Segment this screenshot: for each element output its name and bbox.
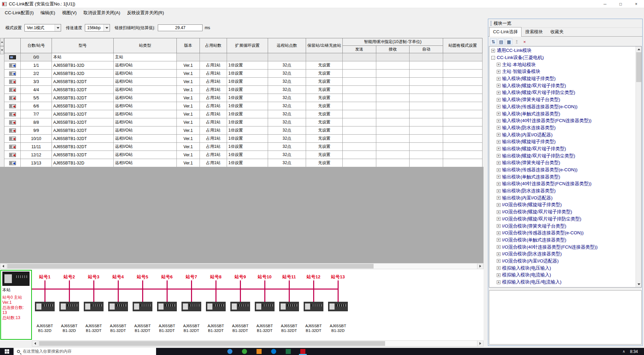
cell-cycle[interactable]: 1倍设置 — [227, 110, 268, 118]
station-group[interactable]: 站号13 AJ65SBT B1-32D — [326, 269, 350, 340]
cell-occupied[interactable]: 占用1站 — [200, 94, 227, 102]
cell-occupied[interactable]: 占用1站 — [200, 61, 227, 70]
cell-station-type[interactable]: 远程I/O站 — [114, 70, 177, 78]
cell-buffer-recv[interactable] — [376, 118, 410, 126]
taskbar-app-icon-3[interactable] — [257, 349, 262, 354]
cell-station-type[interactable]: 主站 — [114, 53, 177, 61]
tree-item[interactable]: + 模拟输入模块(电压/电流输入) — [489, 279, 636, 286]
tree-item[interactable]: + 主站·智能设备模块 — [489, 68, 636, 75]
cell-buffer-send[interactable] — [343, 126, 376, 135]
cell-buffer-send[interactable] — [343, 159, 376, 167]
cell-station-type[interactable]: 远程I/O站 — [114, 118, 177, 126]
cell-buffer-recv[interactable] — [376, 70, 410, 78]
cell-row-icon[interactable] — [4, 53, 21, 61]
cell-fixed-mode[interactable] — [443, 102, 482, 110]
cell-station[interactable]: 1/1 — [21, 61, 52, 70]
cell-version[interactable]: Ver.1 — [177, 94, 200, 102]
cell-station[interactable]: 12/12 — [21, 151, 52, 159]
cell-buffer-send[interactable] — [343, 70, 376, 78]
cell-buffer-send[interactable] — [343, 143, 376, 151]
cell-model[interactable]: AJ65SBTB1-32D — [52, 159, 114, 167]
tree-item[interactable]: + 输入模块(螺旋/双片端子排类型) — [489, 82, 636, 89]
cell-station[interactable]: 2/2 — [21, 70, 52, 78]
cell-row-icon[interactable] — [4, 70, 21, 78]
tree-item[interactable]: + 输入模块(螺旋端子排类型) — [489, 75, 636, 82]
taskbar-clock[interactable]: 8:34 — [630, 349, 638, 354]
speed-select[interactable]: 156kbp — [85, 24, 110, 32]
cell-version[interactable]: Ver.1 — [177, 78, 200, 86]
cell-reserve[interactable]: 无设置 — [306, 126, 343, 135]
menu-item[interactable]: CC-Link配置(I) — [1, 8, 37, 17]
station-group[interactable]: 站号7 AJ65SBT B1-32DT — [179, 269, 204, 340]
cell-fixed-mode[interactable] — [443, 118, 482, 126]
cell-reserve[interactable]: 无设置 — [306, 61, 343, 70]
cell-reserve[interactable]: 无设置 — [306, 151, 343, 159]
tree-item[interactable]: + 模拟输入模块(电压输入) — [489, 264, 636, 272]
cell-row-icon[interactable] — [4, 159, 21, 167]
cell-reserve[interactable]: 无设置 — [306, 135, 343, 143]
cell-version[interactable]: Ver.1 — [177, 143, 200, 151]
tree-expander-icon[interactable]: + — [497, 70, 500, 74]
cell-buffer-send[interactable] — [343, 61, 376, 70]
tree-expander-icon[interactable]: + — [497, 189, 500, 193]
tree-expander-icon[interactable]: + — [497, 105, 500, 109]
tree-item[interactable]: + 输入模块(内置I/O适配器) — [489, 131, 636, 138]
tree-expander-icon[interactable]: + — [497, 133, 500, 137]
menu-item[interactable]: 取消设置并关闭(A) — [80, 8, 124, 17]
cell-buffer-auto[interactable] — [410, 118, 443, 126]
cell-buffer-send[interactable] — [343, 151, 376, 159]
cell-station[interactable]: 4/4 — [21, 86, 52, 94]
cell-station[interactable]: 9/9 — [21, 126, 52, 135]
minimize-button[interactable]: ─ — [597, 0, 613, 8]
cell-row-icon[interactable] — [4, 151, 21, 159]
cell-occupied[interactable]: 占用1站 — [200, 110, 227, 118]
station-group[interactable]: 站号6 AJ65SBT B1-32DT — [155, 269, 179, 340]
close-filter-icon[interactable]: × — [521, 38, 528, 45]
cell-buffer-send[interactable] — [343, 94, 376, 102]
cell-points[interactable]: 32点 — [268, 86, 306, 94]
cell-buffer-recv[interactable] — [376, 94, 410, 102]
station-module-graphic[interactable] — [59, 302, 79, 311]
cell-station[interactable]: 8/8 — [21, 118, 52, 126]
cell-cycle[interactable]: 1倍设置 — [227, 61, 268, 70]
cell-model[interactable]: AJ65SBTB1-32DT — [52, 102, 114, 110]
cell-station[interactable]: 0/0 — [21, 53, 52, 61]
cell-buffer-auto[interactable] — [410, 94, 443, 102]
tree-item[interactable]: + I/O混合模块(单触式连接器类型) — [489, 237, 636, 244]
cell-buffer-recv[interactable] — [376, 151, 410, 159]
station-module-graphic[interactable] — [230, 302, 250, 311]
tree-item[interactable]: + 输出模块(螺旋/双片端子排类型) — [489, 145, 636, 153]
cell-fixed-mode[interactable] — [443, 53, 482, 61]
cell-cycle[interactable]: 1倍设置 — [227, 86, 268, 94]
station-module-graphic[interactable] — [182, 302, 201, 311]
cell-buffer-auto[interactable] — [410, 53, 443, 61]
taskbar-app-icon-2[interactable] — [242, 349, 247, 354]
tree-expander-icon[interactable]: + — [497, 217, 500, 221]
cell-version[interactable]: Ver.1 — [177, 135, 200, 143]
tree-item[interactable]: + 输出模块(螺旋/双片端子排防尘类型) — [489, 152, 636, 159]
tree-expander-icon[interactable]: + — [497, 238, 500, 242]
cell-row-icon[interactable] — [4, 86, 21, 94]
tree-item[interactable]: + 输入模块(传感器连接器类型(e-CON)) — [489, 103, 636, 111]
cell-station-type[interactable]: 远程I/O站 — [114, 78, 177, 86]
h-scrollbar-thumb[interactable] — [39, 341, 385, 346]
tree-item[interactable]: + 输出模块(内置I/O适配器) — [489, 194, 636, 201]
cell-row-icon[interactable] — [4, 110, 21, 118]
cell-station-type[interactable]: 远程I/O站 — [114, 102, 177, 110]
cell-row-icon[interactable] — [4, 126, 21, 135]
cell-station[interactable]: 3/3 — [21, 78, 52, 86]
tree-item[interactable]: + I/O混合模块(内置I/O适配器) — [489, 258, 636, 265]
cell-station-type[interactable]: 远程I/O站 — [114, 86, 177, 94]
cell-fixed-mode[interactable] — [443, 70, 482, 78]
tree-item[interactable]: + 主站·本地站模块 — [489, 61, 636, 68]
cell-station-type[interactable]: 远程I/O站 — [114, 94, 177, 102]
tree-item[interactable]: + I/O混合模块(螺旋/双片端子排类型) — [489, 209, 636, 216]
scroll-left-button[interactable] — [0, 263, 6, 269]
tree-item[interactable]: + 输入模块(单触式连接器类型) — [489, 110, 636, 117]
cell-row-icon[interactable] — [4, 102, 21, 110]
cell-occupied[interactable]: 占用1站 — [200, 102, 227, 110]
station-module-graphic[interactable] — [108, 302, 128, 311]
cell-version[interactable]: Ver.1 — [177, 61, 200, 70]
cell-model[interactable]: AJ65SBTB1-32DT — [52, 126, 114, 135]
cell-row-icon[interactable] — [4, 135, 21, 143]
